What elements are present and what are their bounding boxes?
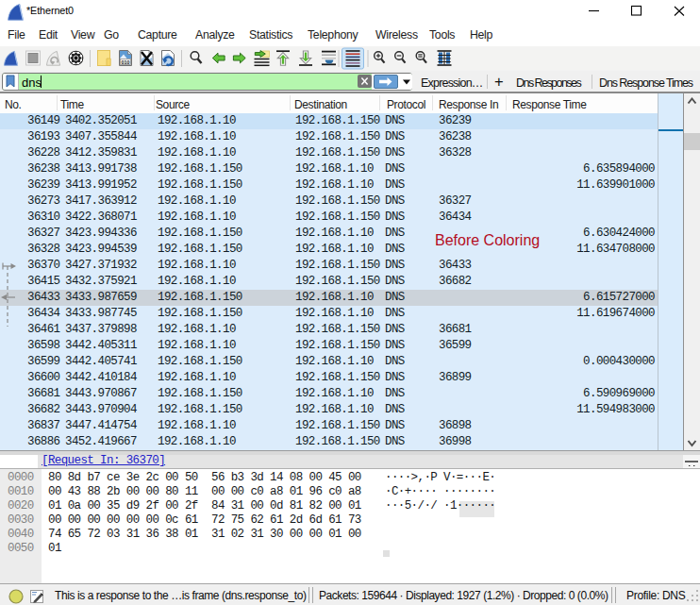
svg-text:010: 010: [122, 59, 130, 65]
